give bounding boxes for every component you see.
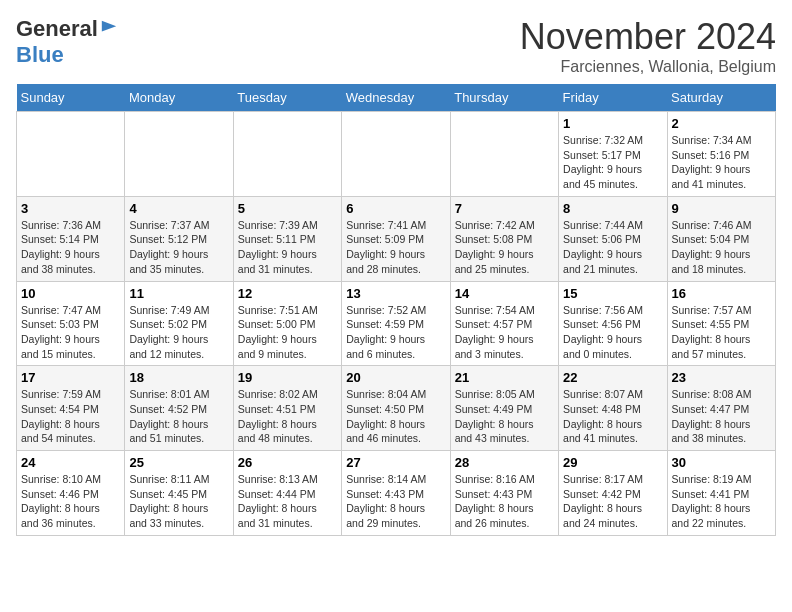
day-info: Sunrise: 8:17 AM Sunset: 4:42 PM Dayligh… xyxy=(563,472,662,531)
day-number: 27 xyxy=(346,455,445,470)
logo-blue-text: Blue xyxy=(16,42,64,67)
day-number: 12 xyxy=(238,286,337,301)
calendar-week-row: 1Sunrise: 7:32 AM Sunset: 5:17 PM Daylig… xyxy=(17,112,776,197)
day-number: 2 xyxy=(672,116,771,131)
day-info: Sunrise: 8:04 AM Sunset: 4:50 PM Dayligh… xyxy=(346,387,445,446)
day-number: 26 xyxy=(238,455,337,470)
calendar-cell: 14Sunrise: 7:54 AM Sunset: 4:57 PM Dayli… xyxy=(450,281,558,366)
day-info: Sunrise: 7:56 AM Sunset: 4:56 PM Dayligh… xyxy=(563,303,662,362)
day-info: Sunrise: 7:47 AM Sunset: 5:03 PM Dayligh… xyxy=(21,303,120,362)
calendar-cell: 10Sunrise: 7:47 AM Sunset: 5:03 PM Dayli… xyxy=(17,281,125,366)
day-info: Sunrise: 8:02 AM Sunset: 4:51 PM Dayligh… xyxy=(238,387,337,446)
day-number: 11 xyxy=(129,286,228,301)
calendar-cell: 13Sunrise: 7:52 AM Sunset: 4:59 PM Dayli… xyxy=(342,281,450,366)
day-number: 28 xyxy=(455,455,554,470)
day-info: Sunrise: 7:46 AM Sunset: 5:04 PM Dayligh… xyxy=(672,218,771,277)
calendar-cell: 9Sunrise: 7:46 AM Sunset: 5:04 PM Daylig… xyxy=(667,196,775,281)
day-info: Sunrise: 8:14 AM Sunset: 4:43 PM Dayligh… xyxy=(346,472,445,531)
title-block: November 2024 Farciennes, Wallonia, Belg… xyxy=(520,16,776,76)
day-number: 7 xyxy=(455,201,554,216)
calendar-cell: 16Sunrise: 7:57 AM Sunset: 4:55 PM Dayli… xyxy=(667,281,775,366)
calendar-week-row: 24Sunrise: 8:10 AM Sunset: 4:46 PM Dayli… xyxy=(17,451,776,536)
calendar-cell: 29Sunrise: 8:17 AM Sunset: 4:42 PM Dayli… xyxy=(559,451,667,536)
month-title: November 2024 xyxy=(520,16,776,58)
calendar-cell: 5Sunrise: 7:39 AM Sunset: 5:11 PM Daylig… xyxy=(233,196,341,281)
calendar-cell xyxy=(233,112,341,197)
day-number: 22 xyxy=(563,370,662,385)
calendar-cell: 22Sunrise: 8:07 AM Sunset: 4:48 PM Dayli… xyxy=(559,366,667,451)
day-info: Sunrise: 8:10 AM Sunset: 4:46 PM Dayligh… xyxy=(21,472,120,531)
calendar-cell: 17Sunrise: 7:59 AM Sunset: 4:54 PM Dayli… xyxy=(17,366,125,451)
day-number: 13 xyxy=(346,286,445,301)
calendar-cell: 15Sunrise: 7:56 AM Sunset: 4:56 PM Dayli… xyxy=(559,281,667,366)
day-info: Sunrise: 7:41 AM Sunset: 5:09 PM Dayligh… xyxy=(346,218,445,277)
day-of-week-header: Tuesday xyxy=(233,84,341,112)
calendar-cell: 2Sunrise: 7:34 AM Sunset: 5:16 PM Daylig… xyxy=(667,112,775,197)
day-info: Sunrise: 8:07 AM Sunset: 4:48 PM Dayligh… xyxy=(563,387,662,446)
day-info: Sunrise: 7:32 AM Sunset: 5:17 PM Dayligh… xyxy=(563,133,662,192)
day-info: Sunrise: 8:16 AM Sunset: 4:43 PM Dayligh… xyxy=(455,472,554,531)
day-of-week-header: Sunday xyxy=(17,84,125,112)
day-number: 3 xyxy=(21,201,120,216)
calendar-cell: 26Sunrise: 8:13 AM Sunset: 4:44 PM Dayli… xyxy=(233,451,341,536)
day-number: 18 xyxy=(129,370,228,385)
calendar-cell: 30Sunrise: 8:19 AM Sunset: 4:41 PM Dayli… xyxy=(667,451,775,536)
day-number: 17 xyxy=(21,370,120,385)
day-number: 8 xyxy=(563,201,662,216)
calendar-week-row: 17Sunrise: 7:59 AM Sunset: 4:54 PM Dayli… xyxy=(17,366,776,451)
location-subtitle: Farciennes, Wallonia, Belgium xyxy=(520,58,776,76)
header: General Blue November 2024 Farciennes, W… xyxy=(16,16,776,76)
calendar-cell: 3Sunrise: 7:36 AM Sunset: 5:14 PM Daylig… xyxy=(17,196,125,281)
day-info: Sunrise: 7:34 AM Sunset: 5:16 PM Dayligh… xyxy=(672,133,771,192)
day-of-week-header: Monday xyxy=(125,84,233,112)
calendar-cell: 20Sunrise: 8:04 AM Sunset: 4:50 PM Dayli… xyxy=(342,366,450,451)
calendar-cell: 7Sunrise: 7:42 AM Sunset: 5:08 PM Daylig… xyxy=(450,196,558,281)
day-info: Sunrise: 8:01 AM Sunset: 4:52 PM Dayligh… xyxy=(129,387,228,446)
logo-general-text: General xyxy=(16,16,98,42)
calendar-week-row: 3Sunrise: 7:36 AM Sunset: 5:14 PM Daylig… xyxy=(17,196,776,281)
calendar-cell xyxy=(342,112,450,197)
calendar-week-row: 10Sunrise: 7:47 AM Sunset: 5:03 PM Dayli… xyxy=(17,281,776,366)
day-info: Sunrise: 7:57 AM Sunset: 4:55 PM Dayligh… xyxy=(672,303,771,362)
day-number: 20 xyxy=(346,370,445,385)
day-info: Sunrise: 8:13 AM Sunset: 4:44 PM Dayligh… xyxy=(238,472,337,531)
day-of-week-header: Saturday xyxy=(667,84,775,112)
day-number: 6 xyxy=(346,201,445,216)
day-info: Sunrise: 7:37 AM Sunset: 5:12 PM Dayligh… xyxy=(129,218,228,277)
day-info: Sunrise: 7:54 AM Sunset: 4:57 PM Dayligh… xyxy=(455,303,554,362)
calendar-cell: 24Sunrise: 8:10 AM Sunset: 4:46 PM Dayli… xyxy=(17,451,125,536)
calendar-cell: 12Sunrise: 7:51 AM Sunset: 5:00 PM Dayli… xyxy=(233,281,341,366)
day-number: 23 xyxy=(672,370,771,385)
logo-flag-icon xyxy=(100,19,118,37)
day-number: 16 xyxy=(672,286,771,301)
calendar-cell: 27Sunrise: 8:14 AM Sunset: 4:43 PM Dayli… xyxy=(342,451,450,536)
day-info: Sunrise: 8:19 AM Sunset: 4:41 PM Dayligh… xyxy=(672,472,771,531)
day-of-week-header: Thursday xyxy=(450,84,558,112)
svg-marker-0 xyxy=(102,21,116,32)
day-info: Sunrise: 7:52 AM Sunset: 4:59 PM Dayligh… xyxy=(346,303,445,362)
day-number: 14 xyxy=(455,286,554,301)
day-of-week-header: Friday xyxy=(559,84,667,112)
day-number: 24 xyxy=(21,455,120,470)
day-info: Sunrise: 7:49 AM Sunset: 5:02 PM Dayligh… xyxy=(129,303,228,362)
day-number: 1 xyxy=(563,116,662,131)
day-number: 29 xyxy=(563,455,662,470)
day-info: Sunrise: 7:42 AM Sunset: 5:08 PM Dayligh… xyxy=(455,218,554,277)
day-info: Sunrise: 7:59 AM Sunset: 4:54 PM Dayligh… xyxy=(21,387,120,446)
day-of-week-header: Wednesday xyxy=(342,84,450,112)
day-number: 9 xyxy=(672,201,771,216)
calendar-cell xyxy=(125,112,233,197)
day-info: Sunrise: 7:51 AM Sunset: 5:00 PM Dayligh… xyxy=(238,303,337,362)
day-info: Sunrise: 7:44 AM Sunset: 5:06 PM Dayligh… xyxy=(563,218,662,277)
calendar-cell: 1Sunrise: 7:32 AM Sunset: 5:17 PM Daylig… xyxy=(559,112,667,197)
calendar-cell xyxy=(450,112,558,197)
calendar-cell: 4Sunrise: 7:37 AM Sunset: 5:12 PM Daylig… xyxy=(125,196,233,281)
day-number: 10 xyxy=(21,286,120,301)
calendar-cell xyxy=(17,112,125,197)
day-info: Sunrise: 8:08 AM Sunset: 4:47 PM Dayligh… xyxy=(672,387,771,446)
day-number: 15 xyxy=(563,286,662,301)
calendar-cell: 23Sunrise: 8:08 AM Sunset: 4:47 PM Dayli… xyxy=(667,366,775,451)
calendar-table: SundayMondayTuesdayWednesdayThursdayFrid… xyxy=(16,84,776,536)
day-info: Sunrise: 8:05 AM Sunset: 4:49 PM Dayligh… xyxy=(455,387,554,446)
day-info: Sunrise: 7:36 AM Sunset: 5:14 PM Dayligh… xyxy=(21,218,120,277)
